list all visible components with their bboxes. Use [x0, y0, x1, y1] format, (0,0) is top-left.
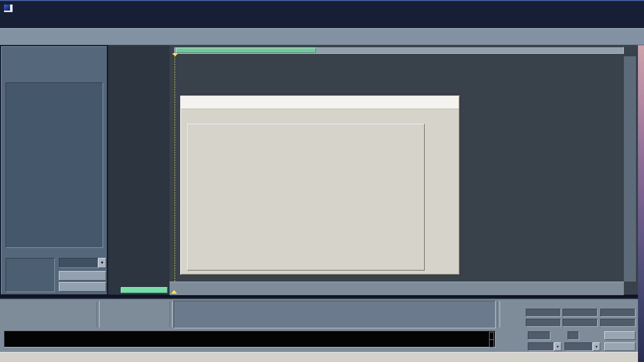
- sort-by-dropdown[interactable]: ▼: [59, 258, 106, 268]
- track-controls-panel: [108, 45, 170, 295]
- level-meter[interactable]: [4, 331, 496, 347]
- settings-dialog: [180, 96, 460, 275]
- sel-end-field[interactable]: [562, 309, 598, 317]
- selection-view-panel: [502, 300, 637, 329]
- playhead-marker-bottom[interactable]: [171, 290, 177, 294]
- clip-indicator: [489, 332, 494, 340]
- status-bar: [0, 352, 638, 362]
- chevron-down-icon[interactable]: ▼: [593, 342, 600, 351]
- key-dropdown[interactable]: ▼: [528, 342, 561, 351]
- advanced-button[interactable]: [604, 331, 635, 340]
- track-panel-scrollbar[interactable]: [121, 287, 168, 293]
- time-signature-value: [565, 342, 593, 351]
- sel-length-field[interactable]: [600, 309, 635, 317]
- view-length-field[interactable]: [600, 319, 635, 327]
- clip-indicator: [489, 339, 494, 347]
- sort-by-value: [59, 258, 98, 268]
- dialog-title-bar[interactable]: [181, 97, 459, 109]
- separator: [497, 301, 500, 327]
- horizontal-scrollbar[interactable]: [174, 47, 624, 54]
- meter-tempo-bar: ▼ ▼: [0, 329, 638, 352]
- tempo-panel: ▼ ▼: [502, 329, 637, 352]
- app-logo-icon: [4, 5, 13, 12]
- dialog-close-icon[interactable]: [446, 99, 454, 107]
- separator: [170, 301, 173, 327]
- toolbar: [0, 28, 644, 45]
- key-value: [528, 342, 554, 351]
- dialog-tab-page: [187, 124, 425, 270]
- playhead-marker-top[interactable]: [172, 53, 178, 56]
- title-bar: [0, 0, 644, 15]
- organizer-panel: ▼: [1, 46, 107, 295]
- menu-bar: [0, 15, 644, 28]
- chevron-down-icon[interactable]: ▼: [554, 342, 561, 351]
- sel-begin-field[interactable]: [526, 309, 561, 317]
- metronome-button[interactable]: [604, 342, 635, 351]
- horizontal-scrollbar-thumb[interactable]: [176, 48, 316, 53]
- playhead-line: [175, 56, 175, 282]
- tempo-value-field[interactable]: [528, 331, 550, 340]
- view-begin-field[interactable]: [526, 319, 561, 327]
- cool-edit-pro-window: ▼: [0, 0, 644, 362]
- separator: [97, 301, 100, 327]
- transport-bar: [0, 298, 638, 329]
- beats-per-bar-field[interactable]: [568, 331, 579, 340]
- time-signature-dropdown[interactable]: ▼: [565, 342, 600, 351]
- view-end-field[interactable]: [562, 319, 598, 327]
- full-paths-button[interactable]: [59, 282, 106, 292]
- auto-play-button[interactable]: [59, 271, 106, 281]
- file-list: [6, 82, 103, 248]
- time-display-panel[interactable]: [174, 301, 496, 328]
- track-number-gutter: [624, 56, 636, 282]
- file-types-box: [6, 258, 55, 292]
- timeline-ruler[interactable]: [170, 282, 624, 295]
- chevron-down-icon[interactable]: ▼: [98, 258, 106, 268]
- desktop-wallpaper: [638, 45, 644, 362]
